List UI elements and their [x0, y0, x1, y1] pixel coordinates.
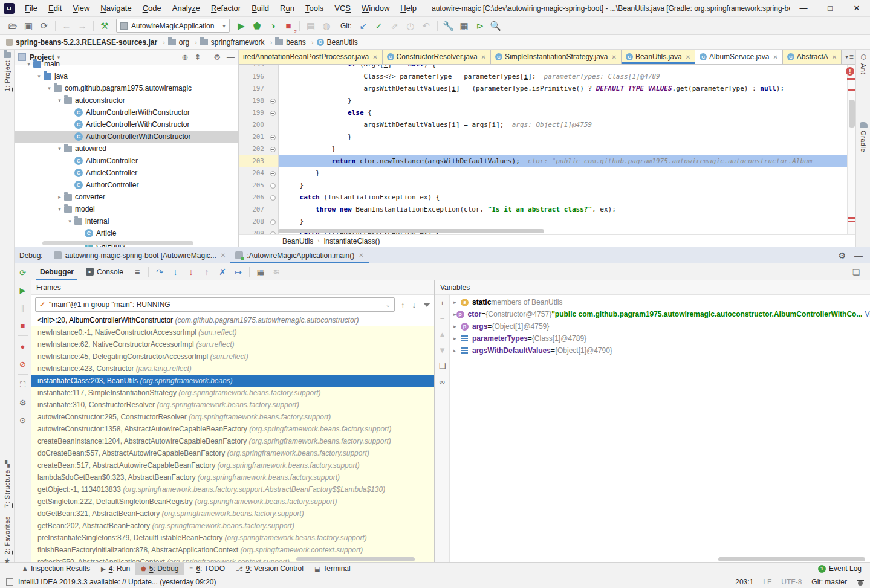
tab-beanutils-java[interactable]: CBeanUtils.java✕	[622, 50, 695, 64]
stack-frame[interactable]: getObject:-1, 1134013833 (org.springfram…	[31, 483, 434, 496]
line-number[interactable]: 200	[239, 119, 268, 131]
close-icon[interactable]: ✕	[686, 54, 690, 60]
breadcrumb-item[interactable]: beans	[275, 38, 306, 47]
project-structure-icon[interactable]: ▦	[456, 19, 472, 33]
line-number[interactable]: 198	[239, 95, 268, 107]
move-down-icon[interactable]: ▼	[438, 346, 446, 355]
stack-frame[interactable]: createBeanInstance:1204, AbstractAutowir…	[31, 435, 434, 447]
line-number[interactable]: 208	[239, 216, 268, 228]
view-link[interactable]: View	[865, 310, 870, 318]
run-to-cursor-icon[interactable]: ↦	[230, 265, 246, 279]
chevron-icon[interactable]: ▸	[56, 194, 63, 200]
fold-gutter[interactable]	[268, 179, 279, 192]
fold-gutter[interactable]	[268, 192, 279, 204]
layout-settings-icon[interactable]: ≋	[268, 265, 284, 279]
chevron-right-icon[interactable]: ▸	[453, 335, 461, 341]
chevron-icon[interactable]: ▾	[36, 73, 42, 79]
minimize-button[interactable]: —	[790, 0, 817, 17]
close-icon[interactable]: ✕	[359, 252, 363, 259]
toolwindow-button-5-debug[interactable]: ⬟5: Debug	[135, 563, 184, 575]
tree-item-main[interactable]: ▾main	[15, 58, 238, 70]
close-button[interactable]: ✕	[843, 0, 870, 17]
tree-item-com-github-pagram1975-autowiremagic[interactable]: ▾com.github.pagram1975.autowiremagic	[15, 82, 238, 94]
tree-item-autowired[interactable]: ▾autowired	[15, 143, 238, 155]
stack-frame[interactable]: newInstance:423, Constructor (java.lang.…	[31, 363, 434, 375]
fold-gutter[interactable]	[268, 143, 279, 155]
fold-gutter[interactable]	[268, 95, 279, 107]
move-up-icon[interactable]: ▲	[438, 330, 446, 339]
stack-frame[interactable]: instantiate:310, ConstructorResolver (or…	[31, 399, 434, 411]
gear-icon[interactable]: ⚙	[838, 251, 846, 260]
close-icon[interactable]: ✕	[773, 54, 777, 60]
variables-hscrollbar[interactable]	[718, 557, 865, 561]
rollback-icon[interactable]: ↶	[418, 19, 434, 33]
hide-frames-filter-icon[interactable]	[423, 303, 430, 307]
code-line-197[interactable]: 197argsWithDefaultValues[i] = (parameter…	[239, 83, 847, 95]
breadcrumb-item[interactable]: springframework	[200, 38, 265, 47]
tree-hscrollbar[interactable]	[42, 241, 193, 245]
stop-icon[interactable]: ■	[17, 319, 29, 331]
git-commit-icon[interactable]: ✓	[371, 19, 387, 33]
debug-session-tab-0[interactable]: autowiring-magic-spring-boot [AutowireMa…	[49, 247, 231, 263]
sync-icon[interactable]: ⟳	[36, 19, 52, 33]
chevron-right-icon[interactable]: ▸	[453, 323, 461, 329]
close-icon[interactable]: ✕	[832, 54, 837, 60]
fold-gutter[interactable]	[268, 107, 279, 119]
error-indicator-icon[interactable]: !	[846, 67, 854, 76]
tree-item-internal[interactable]: ▾internal	[15, 215, 238, 227]
hidden-tabs-dropdown[interactable]: ▾≡6	[842, 50, 855, 64]
line-number[interactable]: 199	[239, 107, 268, 119]
chevron-icon[interactable]: ▾	[56, 146, 63, 152]
tree-item-model[interactable]: ▾model	[15, 203, 238, 215]
code-editor[interactable]: 195if (args[i] == null) {196Class<?> par…	[239, 65, 855, 234]
tab-simpleinstantiationstrategy-java[interactable]: CSimpleInstantiationStrategy.java✕	[491, 50, 622, 64]
run-icon[interactable]: ▶	[233, 19, 249, 33]
line-number[interactable]: 209	[239, 228, 268, 234]
event-log-button[interactable]: 1 Event Log	[818, 564, 870, 573]
code-line-201[interactable]: 201}	[239, 131, 847, 143]
menu-refactor[interactable]: Refactor	[206, 0, 246, 17]
maximize-button[interactable]: □	[817, 0, 843, 17]
tree-item-articlecontrollerwithconstructor[interactable]: CArticleControllerWithConstructor	[15, 118, 238, 131]
attach-profiler-icon[interactable]: ◍	[319, 19, 334, 33]
force-step-into-icon[interactable]: ↓	[183, 265, 199, 279]
hector-icon[interactable]	[857, 578, 864, 586]
stack-frame[interactable]: autowireConstructor:295, ConstructorReso…	[31, 411, 434, 423]
stack-frame[interactable]: doGetBean:321, AbstractBeanFactory (org.…	[31, 508, 434, 520]
stack-frame[interactable]: getBean:202, AbstractBeanFactory (org.sp…	[31, 520, 434, 532]
fold-marker-icon[interactable]	[270, 219, 276, 225]
close-icon[interactable]: ✕	[372, 54, 377, 60]
code-line-204[interactable]: 204}	[239, 167, 847, 179]
fold-marker-icon[interactable]	[270, 231, 276, 235]
tab-constructorresolver-java[interactable]: CConstructorResolver.java✕	[383, 50, 491, 64]
step-out-icon[interactable]: ↑	[199, 265, 215, 279]
line-number[interactable]: 197	[239, 83, 268, 95]
build-hammer-icon[interactable]: ⚒	[97, 19, 112, 33]
add-watch-icon[interactable]: +	[440, 299, 445, 308]
menu-navigate[interactable]: Navigate	[95, 0, 137, 17]
tab-abstracta[interactable]: CAbstractA✕	[783, 50, 842, 64]
fold-gutter[interactable]	[268, 131, 279, 143]
fold-marker-icon[interactable]	[270, 183, 276, 189]
thread-dump-icon[interactable]: ⛶	[17, 379, 29, 391]
open-icon[interactable]: 🗁	[5, 19, 21, 33]
stack-frame[interactable]: finishBeanFactoryInitialization:878, Abs…	[31, 544, 434, 556]
tab-iredannotationbeanpostprocessor-java[interactable]: iredAnnotationBeanPostProcessor.java✕	[239, 50, 383, 64]
stack-frame[interactable]: newInstance:45, DelegatingConstructorAcc…	[31, 351, 434, 363]
tab-console[interactable]: ▸Console	[80, 263, 129, 280]
history-icon[interactable]: ◷	[403, 19, 418, 33]
line-separator[interactable]: LF	[763, 578, 771, 586]
view-breakpoints-icon[interactable]: ●	[17, 340, 29, 352]
line-number[interactable]: 196	[239, 71, 268, 83]
run-configuration-select[interactable]: AutowireMagicApplication ▾	[116, 19, 230, 33]
caret-position[interactable]: 203:1	[735, 578, 753, 586]
fold-gutter[interactable]	[268, 167, 279, 179]
line-number[interactable]: 204	[239, 167, 268, 179]
remove-watch-icon[interactable]: −	[440, 314, 445, 323]
restore-layout-icon[interactable]: ❏	[848, 265, 864, 279]
chevron-icon[interactable]: ▾	[46, 85, 53, 91]
sidebar-item-gradle[interactable]: Gradle	[856, 122, 870, 152]
code-line-203[interactable]: 203return ctor.newInstance(argsWithDefau…	[239, 155, 847, 167]
stack-frame[interactable]: <init>:20, AlbumControllerWithConstructo…	[31, 314, 434, 326]
menu-tools[interactable]: Tools	[300, 0, 329, 17]
